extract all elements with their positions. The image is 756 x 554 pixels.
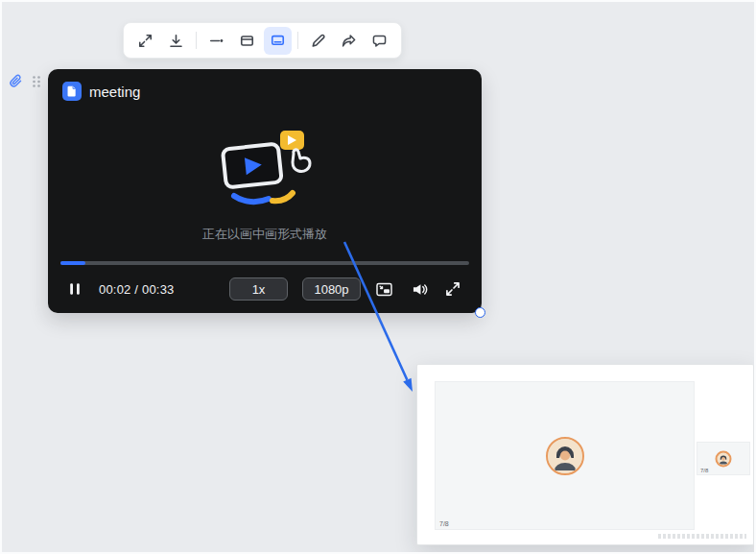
participant-avatar-small (716, 450, 732, 467)
expand-icon (137, 33, 154, 49)
expand-button[interactable] (131, 27, 159, 55)
quality-button[interactable]: 1080p (302, 277, 361, 301)
attachment-toolbar (123, 22, 402, 59)
toolbar-divider (196, 32, 197, 49)
progress-fill (60, 261, 85, 265)
pip-status-caption: 正在以画中画形式播放 (48, 226, 482, 243)
pip-window[interactable]: 7/8 7/8 (416, 364, 754, 545)
pen-button[interactable] (304, 27, 332, 55)
card-view-button[interactable] (233, 27, 261, 55)
block-controls (7, 72, 46, 91)
watermark (658, 534, 746, 539)
participant-avatar (546, 437, 584, 475)
fullscreen-button[interactable] (441, 277, 464, 301)
paperclip-icon[interactable] (7, 72, 26, 91)
card-view-icon (239, 33, 255, 49)
pip-illustration (211, 125, 319, 213)
download-button[interactable] (162, 27, 190, 55)
toolbar-divider (297, 32, 298, 49)
thumbnail-label: 7/8 (700, 468, 708, 473)
participant-thumbnail: 7/8 (697, 442, 750, 475)
pause-button[interactable] (63, 277, 86, 301)
canvas: meeting 正在以画中画形式播放 00:02 / (0, 0, 756, 554)
comment-icon (371, 33, 388, 49)
preview-view-icon (270, 33, 286, 49)
volume-button[interactable] (408, 277, 431, 301)
resize-handle[interactable] (475, 307, 485, 318)
picture-in-picture-icon (375, 280, 393, 299)
fullscreen-icon (444, 280, 461, 298)
video-player: meeting 正在以画中画形式播放 00:02 / (48, 69, 482, 313)
inline-view-button[interactable] (202, 27, 230, 55)
drag-handle-icon[interactable] (27, 72, 46, 91)
video-file-icon (62, 82, 82, 101)
player-header: meeting (62, 82, 140, 101)
preview-view-button[interactable] (264, 27, 292, 55)
share-button[interactable] (335, 27, 363, 55)
pause-icon (66, 280, 83, 298)
pen-icon (310, 33, 326, 49)
time-display: 00:02 / 00:33 (99, 282, 175, 297)
share-icon (341, 33, 357, 49)
shared-screen-label: 7/8 (439, 520, 449, 527)
progress-bar[interactable] (60, 261, 469, 265)
download-icon (168, 33, 184, 49)
volume-icon (411, 280, 429, 299)
comment-button[interactable] (366, 27, 393, 55)
player-controls: 00:02 / 00:33 1x 1080p (63, 276, 464, 302)
speed-button[interactable]: 1x (229, 277, 288, 301)
picture-in-picture-button[interactable] (372, 277, 395, 301)
inline-view-icon (208, 33, 224, 49)
shared-screen-view: 7/8 (435, 381, 695, 530)
video-title: meeting (89, 84, 140, 100)
